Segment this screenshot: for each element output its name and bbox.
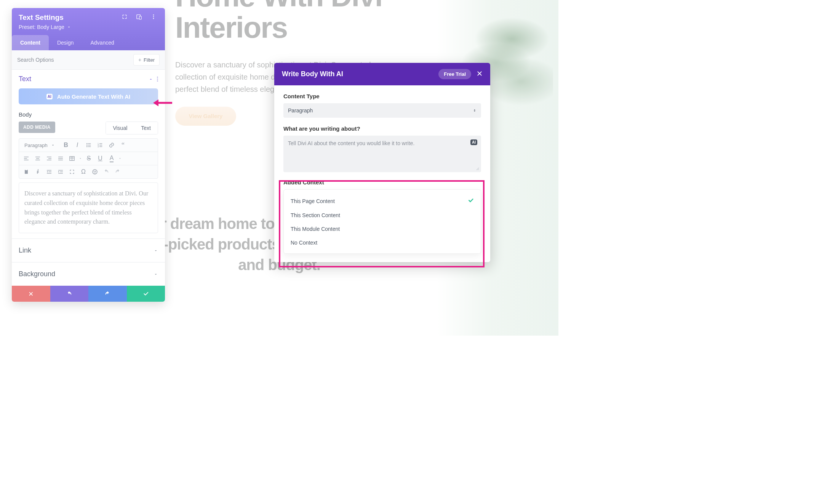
paste-icon[interactable] — [21, 167, 31, 177]
section-title-text: Text — [19, 75, 31, 83]
add-media-button[interactable]: ADD MEDIA — [19, 122, 55, 133]
clear-format-icon[interactable]: I✕ — [33, 167, 43, 177]
svg-rect-10 — [88, 146, 91, 147]
special-char-icon[interactable]: Ω — [78, 167, 88, 177]
text-color-icon[interactable]: A — [107, 154, 117, 163]
content-type-label: Content Type — [283, 93, 481, 99]
paragraph-format-select[interactable]: Paragraph — [21, 142, 59, 148]
svg-rect-18 — [24, 158, 27, 158]
align-left-icon[interactable] — [21, 154, 31, 163]
svg-point-40 — [93, 170, 97, 174]
redo-icon[interactable] — [113, 167, 123, 177]
filter-button[interactable]: + Filter — [133, 54, 160, 66]
editor-toolbar: Paragraph B I 123 “ S U A — [19, 138, 158, 179]
expand-icon[interactable] — [122, 14, 128, 21]
accordion-background[interactable]: Background — [12, 262, 165, 286]
svg-rect-24 — [48, 158, 51, 158]
svg-rect-37 — [58, 170, 63, 170]
svg-rect-6 — [88, 143, 91, 144]
italic-icon[interactable]: I — [72, 140, 82, 150]
ai-modal-header[interactable]: Write Body With AI Free Trial — [274, 63, 490, 85]
body-editor-textarea[interactable]: Discover a sanctuary of sophistication a… — [19, 182, 158, 233]
search-options-input[interactable]: Search Options — [17, 57, 130, 63]
svg-rect-33 — [26, 169, 27, 170]
check-icon — [468, 197, 474, 205]
svg-point-3 — [153, 16, 154, 18]
resize-handle-icon[interactable] — [476, 167, 480, 171]
svg-text:3: 3 — [98, 146, 99, 148]
chevron-down-icon — [67, 25, 71, 29]
svg-rect-8 — [88, 145, 91, 145]
link-icon[interactable] — [107, 140, 117, 150]
text-tab[interactable]: Text — [134, 122, 158, 134]
svg-rect-1 — [139, 16, 141, 19]
dropdown-caret-icon[interactable] — [118, 154, 122, 163]
svg-rect-36 — [47, 173, 51, 173]
auto-generate-ai-button[interactable]: AI Auto Generate Text With AI — [19, 88, 158, 104]
bullet-list-icon[interactable] — [84, 140, 94, 150]
svg-point-4 — [153, 18, 154, 19]
save-button[interactable] — [127, 286, 165, 302]
prompt-textarea[interactable]: Tell Divi AI about the content you would… — [283, 136, 481, 172]
table-icon[interactable] — [67, 154, 77, 163]
undo-button[interactable] — [50, 286, 89, 302]
preset-label: Preset: Body Large — [19, 24, 64, 30]
section-kebab-icon[interactable] — [157, 77, 158, 82]
underline-icon[interactable]: U — [95, 154, 105, 163]
free-trial-badge[interactable]: Free Trial — [438, 69, 471, 79]
sort-icon — [473, 108, 477, 113]
context-option-none[interactable]: No Context — [284, 236, 481, 250]
redo-button[interactable] — [88, 286, 127, 302]
undo-icon[interactable] — [101, 167, 111, 177]
bold-icon[interactable]: B — [61, 140, 71, 150]
content-type-select[interactable]: Paragraph — [283, 103, 481, 118]
panel-tabs: Content Design Advanced — [12, 35, 165, 50]
kebab-menu-icon[interactable] — [150, 14, 157, 21]
align-center-icon[interactable] — [33, 154, 43, 163]
align-right-icon[interactable] — [44, 154, 54, 163]
write-body-ai-modal: Write Body With AI Free Trial Content Ty… — [274, 63, 490, 262]
svg-rect-25 — [47, 160, 51, 160]
outdent-icon[interactable] — [44, 167, 54, 177]
context-option-page[interactable]: This Page Content — [284, 194, 481, 208]
svg-rect-28 — [58, 160, 63, 160]
align-justify-icon[interactable] — [56, 154, 66, 163]
view-gallery-button[interactable]: View Gallery — [175, 107, 236, 126]
tab-advanced[interactable]: Advanced — [82, 35, 122, 50]
responsive-icon[interactable] — [136, 14, 142, 21]
fullscreen-icon[interactable] — [67, 167, 77, 177]
indent-icon[interactable] — [56, 167, 66, 177]
svg-rect-19 — [24, 160, 29, 160]
ai-badge-icon: AI — [46, 94, 53, 99]
close-icon[interactable] — [477, 70, 483, 78]
svg-rect-12 — [99, 143, 102, 144]
svg-rect-22 — [35, 160, 40, 160]
context-dropdown-list: This Page Content This Section Content T… — [283, 189, 481, 254]
context-option-section[interactable]: This Section Content — [284, 208, 481, 222]
accordion-link[interactable]: Link — [12, 238, 165, 262]
panel-header[interactable]: Text Settings Preset: Body Large — [12, 8, 165, 35]
visual-tab[interactable]: Visual — [106, 122, 134, 134]
quote-icon[interactable]: “ — [118, 140, 128, 150]
svg-point-7 — [86, 145, 88, 146]
dropdown-caret-icon[interactable] — [78, 154, 82, 163]
strikethrough-icon[interactable]: S — [84, 154, 94, 163]
tab-design[interactable]: Design — [49, 35, 82, 50]
emoji-icon[interactable] — [90, 167, 100, 177]
svg-point-9 — [86, 146, 88, 147]
text-settings-panel: Text Settings Preset: Body Large Content… — [12, 8, 165, 302]
tab-content[interactable]: Content — [12, 35, 49, 50]
chevron-up-icon[interactable] — [149, 77, 153, 82]
svg-rect-39 — [58, 173, 63, 173]
hero-heading-line2: Interiors — [175, 11, 287, 44]
svg-rect-35 — [49, 171, 51, 172]
numbered-list-icon[interactable]: 123 — [95, 140, 105, 150]
panel-title: Text Settings — [19, 13, 64, 22]
annotation-arrow-icon — [153, 98, 173, 108]
body-field-label: Body — [19, 111, 158, 118]
added-context-label: Added Context — [283, 179, 481, 186]
svg-rect-34 — [47, 170, 51, 170]
cancel-button[interactable] — [12, 286, 50, 302]
context-option-module[interactable]: This Module Content — [284, 222, 481, 236]
preset-dropdown[interactable]: Preset: Body Large — [19, 24, 71, 30]
